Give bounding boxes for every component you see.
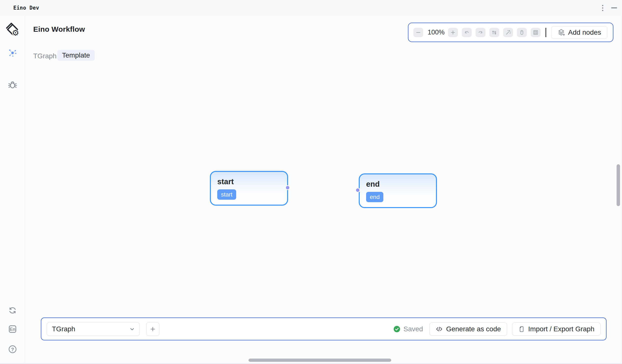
eino-logo-icon: ⚙ (6, 22, 19, 37)
generate-as-code-label: Generate as code (446, 325, 501, 333)
graph-type-label: TGraph (33, 52, 57, 60)
auto-layout-icon (491, 30, 497, 36)
app-logo: ⚙ (6, 22, 19, 37)
node-title: end (366, 180, 429, 189)
import-export-label: Import / Export Graph (528, 325, 594, 333)
plus-icon (450, 30, 456, 36)
language-en-icon: En (8, 325, 17, 333)
node-title: start (217, 177, 281, 186)
canvas-toolbar: 100% (408, 23, 613, 42)
bug-icon (8, 80, 17, 89)
zoom-level: 100% (428, 29, 445, 36)
plus-icon (150, 326, 156, 332)
code-icon (435, 326, 443, 333)
svg-text:?: ? (11, 347, 14, 352)
sidebar-item-language[interactable]: En (8, 324, 18, 334)
minimap-icon (533, 30, 539, 36)
import-export-button[interactable]: Import / Export Graph (512, 323, 601, 336)
sidebar-item-debug[interactable] (8, 80, 18, 90)
sidebar-item-help[interactable]: ? (8, 344, 18, 354)
bottom-bar: TGraph Saved Generate as code (41, 318, 606, 340)
add-nodes-button[interactable]: Add nodes (551, 26, 607, 39)
node-end[interactable]: end end (359, 173, 437, 208)
window-minimize-icon[interactable] (611, 7, 617, 8)
graph-select-value: TGraph (52, 325, 129, 333)
sidebar-item-workflow[interactable] (8, 48, 18, 58)
magic-wand-icon (505, 30, 511, 36)
window-menu-icon[interactable] (601, 3, 605, 13)
undo-button[interactable] (462, 28, 472, 37)
add-nodes-label: Add nodes (568, 29, 601, 37)
node-end-input-port[interactable] (355, 188, 360, 192)
minimap-button[interactable] (531, 28, 541, 37)
minus-icon (415, 30, 421, 36)
undo-icon (464, 30, 470, 36)
generate-as-code-button[interactable]: Generate as code (429, 323, 507, 336)
svg-text:⚙: ⚙ (12, 28, 19, 37)
save-status: Saved (393, 325, 423, 333)
toolbar-divider (545, 28, 546, 37)
refresh-icon (8, 306, 17, 315)
app-title: Eino Dev (13, 5, 39, 11)
template-badge: Template (57, 50, 95, 61)
page-title: Eino Workflow (33, 25, 85, 34)
layers-plus-icon (557, 29, 565, 37)
svg-text:En: En (10, 327, 15, 332)
sidebar: ⚙ (0, 16, 25, 363)
auto-layout-button[interactable] (489, 28, 499, 37)
mouse-icon (519, 30, 525, 36)
help-icon: ? (8, 345, 17, 354)
zoom-out-button[interactable] (413, 28, 423, 37)
graph-select-dropdown[interactable]: TGraph (47, 322, 140, 336)
file-icon (518, 326, 525, 332)
chevron-down-icon (129, 326, 136, 332)
window-bottom-edge (0, 363, 622, 364)
node-type-badge: end (366, 192, 383, 202)
node-start-output-port[interactable] (285, 185, 290, 190)
titlebar: Eino Dev (0, 0, 622, 16)
node-start[interactable]: start start (210, 171, 288, 206)
zoom-in-button[interactable] (448, 28, 458, 37)
add-graph-button[interactable] (146, 322, 159, 336)
redo-button[interactable] (476, 28, 486, 37)
right-gutter-divider (621, 16, 621, 363)
app-window: Eino Dev ⚙ (0, 0, 622, 364)
window-controls (601, 0, 617, 16)
magic-wand-button[interactable] (503, 28, 513, 37)
pan-mode-button[interactable] (517, 28, 527, 37)
horizontal-scrollbar[interactable] (249, 359, 391, 362)
workflow-graph-icon (8, 48, 17, 57)
saved-label: Saved (404, 325, 423, 333)
redo-icon (478, 30, 484, 36)
node-type-badge: start (217, 189, 236, 200)
sidebar-item-refresh[interactable] (8, 306, 18, 315)
saved-check-icon (393, 326, 400, 332)
vertical-scrollbar[interactable] (617, 164, 620, 206)
